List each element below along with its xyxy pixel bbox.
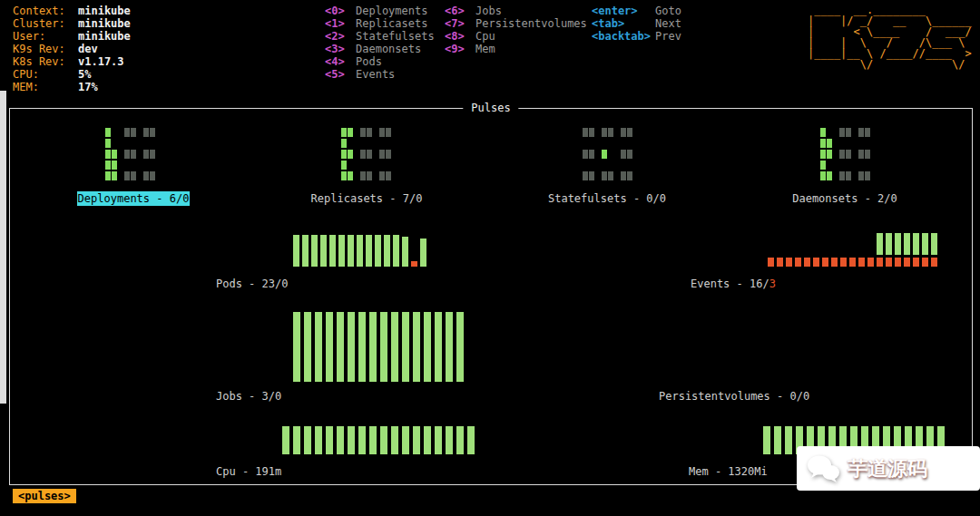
events-label: Events - 16/3	[691, 277, 776, 290]
watermark-text: 芋道源码	[848, 455, 927, 482]
k9s-logo: ____ __.________ | |/ _/ __ \______ | < …	[808, 5, 972, 70]
watermark: 芋道源码	[797, 446, 980, 491]
events-pulse-chart	[768, 230, 942, 267]
menu-item-next[interactable]: <tab>Next	[592, 17, 681, 30]
hotkey: <1>	[325, 17, 356, 30]
hotkey: <4>	[325, 55, 356, 68]
hotkey: <5>	[325, 68, 356, 81]
tab-statefulsets[interactable]: Statefulsets - 0/0	[544, 191, 671, 206]
menu-item-pods[interactable]: <4>Pods	[325, 55, 435, 68]
persistentvolumes-pulse-chart	[763, 312, 940, 382]
pods-label: Pods - 23/0	[216, 277, 288, 290]
breadcrumb-pulses[interactable]: <pulses>	[13, 489, 76, 503]
hotkey: <9>	[445, 43, 475, 55]
menu-item-statefulsets[interactable]: <2>Statefulsets	[325, 30, 435, 43]
menu-item-mem[interactable]: <9>Mem	[445, 43, 587, 55]
menu-item-events[interactable]: <5>Events	[325, 68, 435, 81]
menu-item-jobs[interactable]: <6>Jobs	[445, 5, 587, 17]
hotkey: <backtab>	[592, 30, 655, 43]
menu-item-persistentvolumes[interactable]: <7>Persistentvolumes	[445, 17, 587, 30]
menu-label: Events	[356, 68, 395, 81]
hotkey: <3>	[325, 43, 356, 55]
hotkey-menu-col3: <enter>Goto <tab>Next <backtab>Prev	[592, 5, 681, 43]
left-edge-artifact	[0, 91, 6, 404]
tab-daemonsets[interactable]: Daemonsets - 2/0	[786, 191, 904, 206]
menu-label: Deployments	[356, 5, 427, 17]
info-label: MEM:	[13, 81, 78, 93]
pulses-panel: Pulses Deployments - 6/0 Replicasets - 7…	[9, 108, 973, 485]
info-row-cpu: CPU:5%	[13, 68, 131, 81]
info-label: K9s Rev:	[13, 43, 78, 55]
info-value: minikube	[78, 30, 131, 43]
menu-label: Next	[655, 17, 681, 30]
menu-item-prev[interactable]: <backtab>Prev	[592, 30, 681, 43]
hotkey: <tab>	[592, 17, 655, 30]
jobs-pulse-chart	[293, 312, 470, 382]
cluster-info: Context:minikube Cluster:minikube User:m…	[13, 5, 131, 93]
hotkey: <enter>	[592, 5, 655, 17]
menu-item-replicasets[interactable]: <1>Replicasets	[325, 17, 435, 30]
hotkey-menu-col1: <0>Deployments <1>Replicasets <2>Statefu…	[325, 5, 435, 81]
menu-item-deployments[interactable]: <0>Deployments	[325, 5, 435, 17]
info-value: minikube	[78, 17, 131, 30]
info-value: minikube	[78, 5, 131, 17]
menu-label: Cpu	[475, 30, 495, 43]
info-label: Context:	[13, 5, 78, 17]
menu-label: Pods	[356, 55, 382, 68]
hotkey: <7>	[445, 17, 475, 30]
statefulsets-pulse-chart	[583, 128, 632, 180]
info-label: Cluster:	[13, 17, 78, 30]
hotkey: <2>	[325, 30, 356, 43]
menu-label: Replicasets	[356, 17, 427, 30]
deployments-pulse-chart	[105, 128, 155, 180]
tab-replicasets[interactable]: Replicasets - 7/0	[308, 191, 426, 206]
events-error-count: 3	[769, 277, 776, 290]
cpu-label: Cpu - 191m	[216, 465, 281, 478]
menu-label: Jobs	[475, 5, 502, 17]
info-row-mem: MEM:17%	[13, 81, 131, 93]
info-value: 17%	[78, 81, 98, 93]
menu-label: Goto	[655, 5, 681, 17]
info-row-user: User:minikube	[13, 30, 131, 43]
wechat-icon	[806, 453, 840, 484]
menu-label: Statefulsets	[356, 30, 435, 43]
persistentvolumes-label: Persistentvolumes - 0/0	[659, 390, 809, 403]
info-row-context: Context:minikube	[13, 5, 131, 17]
menu-item-daemonsets[interactable]: <3>Daemonsets	[325, 43, 435, 55]
menu-item-cpu[interactable]: <8>Cpu	[445, 30, 587, 43]
info-value: dev	[78, 43, 98, 55]
info-label: K8s Rev:	[13, 55, 78, 68]
menu-label: Daemonsets	[356, 43, 421, 55]
events-label-prefix: Events - 16/	[691, 277, 769, 290]
info-value: v1.17.3	[78, 55, 124, 68]
cpu-pulse-chart	[282, 426, 480, 454]
info-row-k9s-rev: K9s Rev:dev	[13, 43, 131, 55]
info-label: User:	[13, 30, 78, 43]
info-label: CPU:	[13, 68, 78, 81]
menu-label: Persistentvolumes	[475, 17, 587, 30]
hotkey-menu-col2: <6>Jobs <7>Persistentvolumes <8>Cpu <9>M…	[445, 5, 587, 55]
pulses-panel-title: Pulses	[463, 102, 518, 114]
info-row-k8s-rev: K8s Rev:v1.17.3	[13, 55, 131, 68]
replicasets-pulse-chart	[341, 128, 391, 180]
info-row-cluster: Cluster:minikube	[13, 17, 131, 30]
pods-pulse-chart	[293, 235, 431, 267]
info-value: 5%	[78, 68, 91, 81]
daemonsets-pulse-chart	[820, 128, 870, 180]
hotkey: <6>	[445, 5, 475, 17]
tab-deployments[interactable]: Deployments - 6/0	[77, 191, 190, 206]
hotkey: <8>	[445, 30, 475, 43]
menu-label: Prev	[655, 30, 681, 43]
mem-label: Mem - 1320Mi	[689, 465, 768, 478]
hotkey: <0>	[325, 5, 356, 17]
jobs-label: Jobs - 3/0	[216, 390, 281, 403]
menu-item-goto[interactable]: <enter>Goto	[592, 5, 681, 17]
k9s-terminal: Context:minikube Cluster:minikube User:m…	[0, 0, 980, 516]
menu-label: Mem	[475, 43, 495, 55]
